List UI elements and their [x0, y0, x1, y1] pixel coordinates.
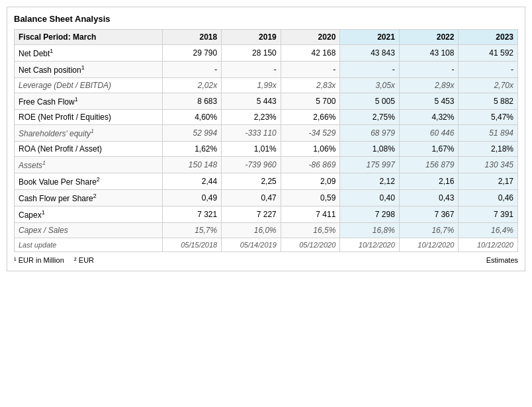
col-header-2021: 2021: [340, 30, 400, 45]
table-cell: 0,46: [459, 190, 518, 206]
col-header-2020: 2020: [281, 30, 340, 45]
table-cell: -: [281, 62, 340, 78]
row-label: Book Value Per Share2: [15, 173, 163, 190]
table-cell: -: [340, 62, 400, 78]
row-label: ROE (Net Profit / Equities): [15, 110, 163, 125]
footnote-1: ¹ EUR in Million: [14, 256, 64, 264]
table-cell: 10/12/2020: [459, 238, 518, 252]
row-label: Net Debt1: [15, 45, 163, 62]
table-cell: 43 108: [399, 45, 459, 62]
table-cell: 1,99x: [222, 78, 281, 93]
table-cell: 2,66%: [281, 110, 340, 125]
table-cell: 05/12/2020: [281, 238, 340, 252]
table-cell: 5 443: [222, 93, 281, 110]
table-cell: 5 700: [281, 93, 340, 110]
table-cell: 29 790: [162, 45, 222, 62]
table-cell: 2,12: [340, 173, 400, 190]
table-cell: 2,23%: [222, 110, 281, 125]
col-header-2018: 2018: [162, 30, 222, 45]
table-cell: -: [459, 62, 518, 78]
table-cell: 2,75%: [340, 110, 400, 125]
row-label: Shareholders' equity1: [15, 125, 163, 142]
row-label: Capex / Sales: [15, 223, 163, 238]
table-cell: 3,05x: [340, 78, 400, 93]
col-header-2022: 2022: [399, 30, 459, 45]
table-cell: 7 298: [340, 206, 400, 223]
fiscal-period-value: March: [73, 32, 96, 42]
table-cell: 150 148: [162, 157, 222, 173]
table-cell: 130 345: [459, 157, 518, 173]
table-cell: 2,09: [281, 173, 340, 190]
table-cell: 28 150: [222, 45, 281, 62]
col-header-fiscal: Fiscal Period: March: [15, 30, 163, 45]
table-cell: -: [399, 62, 459, 78]
table-cell: 2,17: [459, 173, 518, 190]
table-cell: 8 683: [162, 93, 222, 110]
table-cell: 05/15/2018: [162, 238, 222, 252]
table-cell: 60 446: [399, 125, 459, 142]
table-cell: 4,32%: [399, 110, 459, 125]
table-cell: 1,67%: [399, 142, 459, 157]
table-cell: 5,47%: [459, 110, 518, 125]
table-cell: 0,40: [340, 190, 400, 206]
table-cell: 5 453: [399, 93, 459, 110]
table-cell: 16,0%: [222, 223, 281, 238]
footnote-2: ² EUR: [74, 256, 94, 264]
row-label: Capex1: [15, 206, 163, 223]
table-cell: 2,44: [162, 173, 222, 190]
row-label: Leverage (Debt / EBITDA): [15, 78, 163, 93]
table-cell: 5 882: [459, 93, 518, 110]
fiscal-period-label: Fiscal Period:: [19, 32, 71, 42]
table-cell: 42 168: [281, 45, 340, 62]
table-cell: 16,5%: [281, 223, 340, 238]
table-cell: 1,62%: [162, 142, 222, 157]
footnotes: ¹ EUR in Million ² EUR Estimates: [14, 256, 518, 264]
table-cell: 2,16: [399, 173, 459, 190]
table-cell: 1,01%: [222, 142, 281, 157]
table-cell: 16,4%: [459, 223, 518, 238]
table-cell: -34 529: [281, 125, 340, 142]
row-label: Last update: [15, 238, 163, 252]
row-label: Assets1: [15, 157, 163, 173]
row-label: Free Cash Flow1: [15, 93, 163, 110]
table-cell: 1,06%: [281, 142, 340, 157]
table-cell: 2,02x: [162, 78, 222, 93]
table-cell: 2,83x: [281, 78, 340, 93]
row-label: ROA (Net Profit / Asset): [15, 142, 163, 157]
table-cell: -333 110: [222, 125, 281, 142]
table-cell: 68 979: [340, 125, 400, 142]
table-cell: 7 367: [399, 206, 459, 223]
table-cell: 51 894: [459, 125, 518, 142]
row-label: Net Cash position1: [15, 62, 163, 78]
table-cell: 2,89x: [399, 78, 459, 93]
table-cell: 05/14/2019: [222, 238, 281, 252]
table-cell: 0,43: [399, 190, 459, 206]
table-cell: 16,8%: [340, 223, 400, 238]
row-label: Cash Flow per Share2: [15, 190, 163, 206]
table-cell: 16,7%: [399, 223, 459, 238]
table-cell: 41 592: [459, 45, 518, 62]
table-cell: 2,18%: [459, 142, 518, 157]
table-cell: 7 321: [162, 206, 222, 223]
table-cell: 52 994: [162, 125, 222, 142]
table-cell: 5 005: [340, 93, 400, 110]
table-cell: 2,70x: [459, 78, 518, 93]
table-cell: 7 391: [459, 206, 518, 223]
footnote-text: ¹ EUR in Million ² EUR: [14, 256, 94, 264]
table-cell: -86 869: [281, 157, 340, 173]
table-cell: -739 960: [222, 157, 281, 173]
table-cell: 15,7%: [162, 223, 222, 238]
col-header-2023: 2023: [459, 30, 518, 45]
col-header-2019: 2019: [222, 30, 281, 45]
table-cell: 0,59: [281, 190, 340, 206]
page-title: Balance Sheet Analysis: [14, 14, 518, 24]
table-cell: 43 843: [340, 45, 400, 62]
table-cell: 2,25: [222, 173, 281, 190]
table-cell: 7 227: [222, 206, 281, 223]
table-cell: 0,49: [162, 190, 222, 206]
table-cell: 10/12/2020: [340, 238, 400, 252]
table-cell: 175 997: [340, 157, 400, 173]
table-cell: 4,60%: [162, 110, 222, 125]
table-cell: -: [222, 62, 281, 78]
table-cell: 0,47: [222, 190, 281, 206]
